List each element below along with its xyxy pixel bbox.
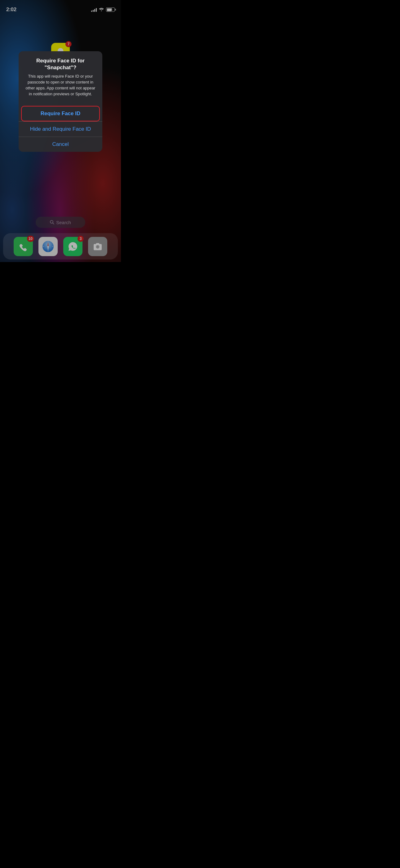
- dialog: Require Face ID for"Snapchat"? This app …: [19, 51, 102, 152]
- dialog-content-area: Require Face ID for"Snapchat"? This app …: [19, 51, 102, 97]
- dialog-message: This app will require Face ID or your pa…: [24, 73, 97, 97]
- require-face-id-button[interactable]: Require Face ID: [21, 106, 100, 121]
- cancel-button[interactable]: Cancel: [19, 136, 102, 152]
- require-btn-wrapper: Require Face ID: [19, 103, 102, 121]
- hide-require-face-id-button[interactable]: Hide and Require Face ID: [19, 121, 102, 136]
- dialog-title: Require Face ID for"Snapchat"?: [24, 57, 97, 71]
